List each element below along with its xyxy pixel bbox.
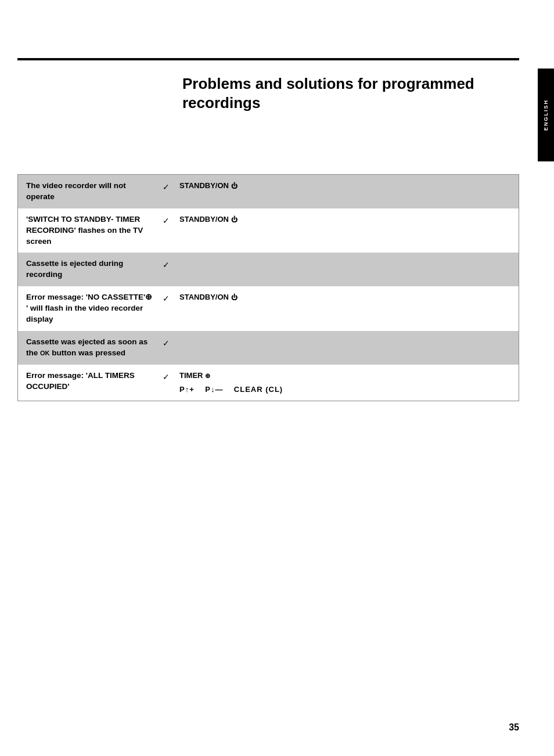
top-rule xyxy=(17,58,519,60)
problems-table: The video recorder will not operate ✓ ST… xyxy=(18,175,519,401)
title-box: Problems and solutions for programmed re… xyxy=(174,69,519,118)
table-row: The video recorder will not operate ✓ ST… xyxy=(18,175,519,208)
solution-cell: STANDBY/ON ⏻ xyxy=(175,208,519,253)
solution-cell: TIMER ⊕ P↑+ P↓— CLEAR (CL) xyxy=(175,365,519,401)
table-row: Cassette was ejected as soon as the OK b… xyxy=(18,331,519,365)
solution-cell xyxy=(175,331,519,365)
problem-cell: Error message: 'ALL TIMERS OCCUPIED' xyxy=(18,365,157,401)
problem-cell: The video recorder will not operate xyxy=(18,175,157,208)
table-row: Error message: 'NO CASSETTE'⊕ ' will fla… xyxy=(18,286,519,331)
check-cell: ✓ xyxy=(157,365,175,401)
solution-cell xyxy=(175,253,519,286)
problem-cell: Cassette is ejected during recording xyxy=(18,253,157,286)
check-cell: ✓ xyxy=(157,175,175,208)
solution-line1: TIMER ⊕ xyxy=(179,370,514,381)
page-title: Problems and solutions for programmed re… xyxy=(182,74,511,112)
check-cell: ✓ xyxy=(157,253,175,286)
table-row: Cassette is ejected during recording ✓ xyxy=(18,253,519,286)
language-label: ENGLISH xyxy=(543,99,549,131)
standby-text: STANDBY/ON ⏻ xyxy=(179,181,238,190)
check-cell: ✓ xyxy=(157,286,175,331)
standby-text: STANDBY/ON ⏻ xyxy=(179,215,238,224)
problem-cell: 'SWITCH TO STANDBY- TIMER RECORDING' fla… xyxy=(18,208,157,253)
check-cell: ✓ xyxy=(157,331,175,365)
solution-line2: P↑+ P↓— CLEAR (CL) xyxy=(179,384,514,395)
problem-cell: Cassette was ejected as soon as the OK b… xyxy=(18,331,157,365)
table-row: 'SWITCH TO STANDBY- TIMER RECORDING' fla… xyxy=(18,208,519,253)
table-row: Error message: 'ALL TIMERS OCCUPIED' ✓ T… xyxy=(18,365,519,401)
standby-text: STANDBY/ON ⏻ xyxy=(179,293,238,301)
problem-cell: Error message: 'NO CASSETTE'⊕ ' will fla… xyxy=(18,286,157,331)
check-cell: ✓ xyxy=(157,208,175,253)
solution-cell: STANDBY/ON ⏻ xyxy=(175,175,519,208)
side-label-english: ENGLISH xyxy=(538,69,554,161)
page-number: 35 xyxy=(509,722,519,733)
problems-table-container: The video recorder will not operate ✓ ST… xyxy=(17,174,519,401)
solution-cell: STANDBY/ON ⏻ xyxy=(175,286,519,331)
